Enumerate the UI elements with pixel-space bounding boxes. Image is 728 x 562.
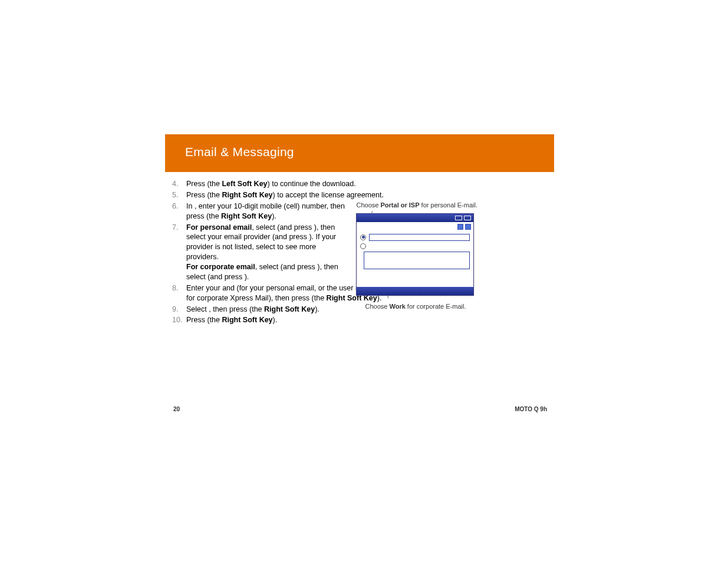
page-content: 4. Press (the Left Soft Key) to continue…: [165, 172, 554, 325]
section-title: Email & Messaging: [185, 145, 294, 158]
signal-icon: [464, 216, 471, 220]
radio-icon-selected: [360, 234, 366, 240]
step-number: 6.: [172, 201, 178, 211]
step-text: Press (the Left Soft Key) to continue th…: [186, 180, 356, 188]
step-7: 7. For personal email, select (and press…: [172, 223, 349, 282]
step-number: 9.: [172, 305, 178, 315]
step-6: 6. In , enter your 10-digit mobile (cell…: [172, 201, 349, 222]
battery-icon: [455, 216, 462, 220]
phone-toolbar: [357, 222, 473, 232]
step-5: 5. Press (the Right Soft Key) to accept …: [172, 190, 467, 200]
step-number: 8.: [172, 283, 178, 293]
manual-page: Email & Messaging 4. Press (the Left Sof…: [165, 134, 554, 405]
radio-option-portal: [360, 234, 470, 241]
step-text: In , enter your 10-digit mobile (cell) n…: [186, 202, 345, 220]
phone-titlebar: [357, 214, 473, 222]
step-number: 10.: [172, 315, 182, 325]
step-text: Select , then press (the Right Soft Key)…: [186, 305, 319, 313]
device-model: MOTO Q 9h: [515, 406, 547, 412]
radio-label-field: [369, 234, 470, 241]
step-text: Press (the Right Soft Key).: [186, 316, 277, 324]
radio-icon: [360, 243, 366, 249]
step-text: Press (the Right Soft Key) to accept the…: [186, 191, 384, 199]
section-header: Email & Messaging: [165, 134, 554, 172]
page-footer: 20 MOTO Q 9h: [165, 406, 548, 412]
phone-screenshot: [356, 213, 474, 296]
callout-bottom: Choose Work for corporate E-mail.: [354, 303, 477, 311]
toolbar-icon: [457, 224, 463, 230]
step-10: 10. Press (the Right Soft Key).: [172, 315, 467, 325]
step-number: 4.: [172, 179, 178, 189]
step-text: For personal email, select (and press ),…: [186, 223, 338, 281]
description-field: [364, 252, 470, 269]
phone-softkey-bar: [357, 287, 473, 295]
step-number: 5.: [172, 190, 178, 200]
toolbar-icon: [465, 224, 471, 230]
page-number: 20: [173, 406, 180, 412]
radio-option-work: [360, 243, 470, 249]
step-4: 4. Press (the Left Soft Key) to continue…: [172, 179, 467, 189]
step-number: 7.: [172, 223, 178, 233]
phone-body: [357, 232, 473, 272]
illustration-column: Choose Portal or ISP for personal E-mail…: [354, 201, 477, 311]
callout-top: Choose Portal or ISP for personal E-mail…: [354, 201, 477, 210]
instruction-list: 4. Press (the Left Soft Key) to continue…: [172, 179, 349, 325]
